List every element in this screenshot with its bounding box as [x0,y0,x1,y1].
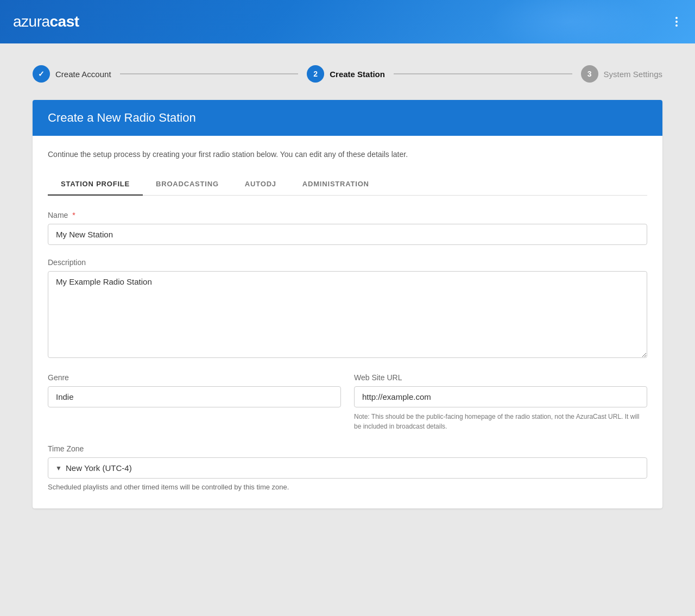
website-input[interactable] [354,386,647,407]
tab-station-profile[interactable]: STATION PROFILE [48,173,143,196]
tab-broadcasting[interactable]: BROADCASTING [143,173,232,196]
genre-input[interactable] [48,386,341,407]
timezone-label: Time Zone [48,444,647,453]
tabs: STATION PROFILE BROADCASTING AUTODJ ADMI… [48,173,647,196]
description-label: Description [48,258,647,267]
step-create-account: ✓ Create Account [33,65,111,83]
description-textarea[interactable]: My Example Radio Station [48,271,647,358]
step-connector-2 [394,73,572,74]
step-circle-2: 2 [307,65,324,83]
card-body: Continue the setup process by creating y… [33,136,662,508]
card-header: Create a New Radio Station [33,100,662,136]
step-label-2: Create Station [330,70,385,79]
timezone-hint: Scheduled playlists and other timed item… [48,483,647,491]
step-circle-1: ✓ [33,65,50,83]
create-station-card: Create a New Radio Station Continue the … [33,100,662,508]
tab-administration[interactable]: ADMINISTRATION [289,173,382,196]
step-label-3: System Settings [604,70,662,79]
required-indicator: * [72,211,75,219]
timezone-field-group: Time Zone ▼ New York (UTC-4) Los Angeles… [48,444,647,491]
card-description: Continue the setup process by creating y… [48,149,647,160]
website-label: Web Site URL [354,373,647,382]
step-circle-3: 3 [581,65,598,83]
description-field-group: Description My Example Radio Station [48,258,647,360]
card-title: Create a New Radio Station [48,111,647,125]
stepper: ✓ Create Account 2 Create Station 3 Syst… [33,65,662,83]
step-create-station: 2 Create Station [307,65,385,83]
step-connector-1 [120,73,299,74]
step-system-settings: 3 System Settings [581,65,662,83]
name-field-group: Name * [48,211,647,245]
main-content: ✓ Create Account 2 Create Station 3 Syst… [0,43,695,530]
website-hint: Note: This should be the public-facing h… [354,412,647,431]
genre-field-group: Genre [48,373,341,431]
header-menu-icon[interactable] [671,12,682,31]
timezone-select-wrapper: ▼ New York (UTC-4) Los Angeles (UTC-7) C… [48,457,647,479]
genre-label: Genre [48,373,341,382]
website-field-group: Web Site URL Note: This should be the pu… [354,373,647,431]
logo: azuracast [13,13,79,30]
app-header: azuracast [0,0,695,43]
name-label: Name * [48,211,647,219]
step-label-1: Create Account [55,70,111,79]
logo-text: azuracast [13,13,79,30]
name-input[interactable] [48,224,647,245]
genre-website-row: Genre Web Site URL Note: This should be … [48,373,647,431]
timezone-select[interactable]: New York (UTC-4) Los Angeles (UTC-7) Chi… [48,457,647,479]
tab-autodj[interactable]: AUTODJ [232,173,289,196]
